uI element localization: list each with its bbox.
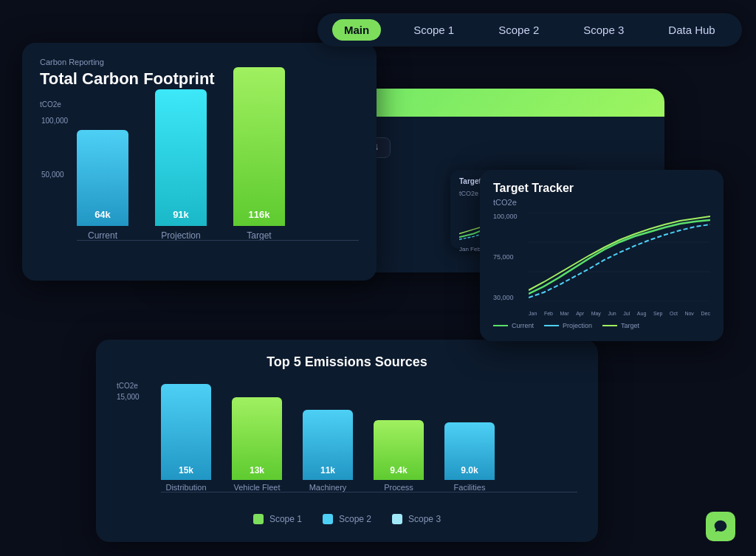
em-bar-fleet: 13k xyxy=(232,397,282,480)
bar-group-current: 64k Current xyxy=(77,130,128,241)
tt-x-oct: Oct xyxy=(670,311,678,316)
tt-legend-projection-line xyxy=(544,325,559,326)
bar-target-label: Target xyxy=(247,230,271,241)
carbon-card-subtitle: Carbon Reporting xyxy=(40,58,359,66)
nav-item-main[interactable]: Main xyxy=(332,19,381,41)
em-bar-machinery: 11k xyxy=(303,410,353,480)
em-bar-distribution-label: Distribution xyxy=(165,483,206,492)
tt-line-chart xyxy=(529,213,710,301)
emissions-y-label-15k: 15,000 xyxy=(117,393,161,401)
tt-x-mar: Mar xyxy=(560,311,569,316)
target-tracker-main-card: Target Tracker tCO2e 100,000 75,000 30,0… xyxy=(480,170,724,341)
tt-legend-projection: Projection xyxy=(544,322,592,329)
bar-group-target: 116k Target xyxy=(233,67,285,241)
em-legend-scope3-label: Scope 3 xyxy=(408,514,441,524)
em-bar-fleet-val: 13k xyxy=(250,465,264,476)
chat-icon xyxy=(712,518,729,535)
tt-x-aug: Aug xyxy=(637,311,646,316)
em-bar-group-fleet: 13k Vehicle Fleet xyxy=(232,397,282,492)
em-bar-group-facilities: 9.0k Facilities xyxy=(444,422,495,492)
emissions-bars: 15k Distribution 13k Vehicle Fleet 11k M… xyxy=(161,382,577,492)
tt-x-jul: Jul xyxy=(623,311,630,316)
tt-x-may: May xyxy=(591,311,601,316)
nav-item-scope1[interactable]: Scope 1 xyxy=(402,19,466,41)
em-legend-scope1-dot xyxy=(253,514,264,524)
em-bar-machinery-val: 11k xyxy=(320,465,335,476)
nav-item-scope2[interactable]: Scope 2 xyxy=(487,19,551,41)
em-bar-group-process: 9.4k Process xyxy=(374,420,424,492)
em-bar-facilities-label: Facilities xyxy=(454,483,486,492)
tt-y-label-75k: 75,000 xyxy=(493,253,529,261)
carbon-footprint-card: Carbon Reporting Total Carbon Footprint … xyxy=(22,43,377,281)
tt-svg-container xyxy=(529,213,710,301)
em-bar-process-val: 9.4k xyxy=(390,465,407,476)
y-label-100k: 100,000 xyxy=(41,117,68,125)
em-legend-scope3-dot xyxy=(392,514,402,524)
tt-legend-target-label: Target xyxy=(621,322,639,329)
em-bar-group-machinery: 11k Machinery xyxy=(303,410,353,492)
emissions-title: Top 5 Emissions Sources xyxy=(117,354,577,370)
tt-legend: Current Projection Target xyxy=(493,322,710,329)
tt-legend-target: Target xyxy=(602,322,639,329)
em-bar-fleet-label: Vehicle Fleet xyxy=(234,483,281,492)
tt-legend-target-line xyxy=(602,325,617,326)
tt-x-dec: Dec xyxy=(701,311,709,316)
em-legend-scope2-dot xyxy=(323,514,333,524)
em-legend-scope3: Scope 3 xyxy=(392,514,441,524)
em-legend-scope2: Scope 2 xyxy=(323,514,371,524)
bar-projection: 91k xyxy=(155,89,207,226)
em-bar-process: 9.4k xyxy=(374,420,424,480)
tt-x-jun: Jun xyxy=(608,311,616,316)
em-bar-process-label: Process xyxy=(384,483,413,492)
emissions-y-unit: tCO2e xyxy=(117,382,161,390)
bar-current-label: Current xyxy=(88,230,117,241)
bar-target-val: 116k xyxy=(249,209,270,220)
x-axis-line xyxy=(77,240,359,241)
bar-group-projection: 91k Projection xyxy=(155,89,207,241)
em-legend-scope1: Scope 1 xyxy=(253,514,302,524)
tt-y-label-100k: 100,000 xyxy=(493,213,529,220)
tt-legend-current-label: Current xyxy=(512,322,534,329)
em-bar-facilities-val: 9.0k xyxy=(461,465,478,476)
em-bar-group-distribution: 15k Distribution xyxy=(161,384,211,492)
emissions-y-labels: 15,000 xyxy=(117,393,161,504)
carbon-card-title: Total Carbon Footprint xyxy=(40,69,359,89)
tt-x-apr: Apr xyxy=(576,311,584,316)
emissions-bars-area: 15k Distribution 13k Vehicle Fleet 11k M… xyxy=(161,382,577,504)
bar-current-val: 64k xyxy=(94,209,111,220)
em-legend-scope1-label: Scope 1 xyxy=(269,514,302,524)
tt-chart-area: 100,000 75,000 30,000 Jan Feb Mar xyxy=(493,213,710,316)
nav-item-scope3[interactable]: Scope 3 xyxy=(571,19,636,41)
bar-projection-val: 91k xyxy=(173,209,189,220)
nav-bar: Main Scope 1 Scope 2 Scope 3 Data Hub xyxy=(317,13,742,47)
tt-x-sep: Sep xyxy=(653,311,662,316)
emissions-chart: tCO2e 15,000 15k Distribution 13k Veh xyxy=(117,382,577,504)
tt-main-title: Target Tracker xyxy=(493,182,710,195)
emissions-legend: Scope 1 Scope 2 Scope 3 xyxy=(117,514,577,524)
em-bar-distribution-val: 15k xyxy=(179,465,193,476)
carbon-chart-area: tCO2e 100,000 50,000 64k Current 91k Pro… xyxy=(40,100,359,263)
tt-legend-current: Current xyxy=(493,322,534,329)
em-bar-distribution: 15k xyxy=(161,384,211,480)
y-label-50k: 50,000 xyxy=(41,171,64,179)
tt-legend-current-line xyxy=(493,325,508,326)
tt-x-nov: Nov xyxy=(684,311,693,316)
tt-x-jan: Jan xyxy=(529,311,537,316)
chat-button[interactable] xyxy=(706,512,735,541)
tt-y-labels: 100,000 75,000 30,000 xyxy=(493,213,529,301)
nav-item-datahub[interactable]: Data Hub xyxy=(656,19,726,41)
y-axis-unit: tCO2e xyxy=(40,100,61,109)
bar-target: 116k xyxy=(233,67,285,226)
emissions-y-axis: tCO2e 15,000 xyxy=(117,382,161,504)
emissions-card: Top 5 Emissions Sources tCO2e 15,000 15k… xyxy=(96,340,598,542)
bar-projection-label: Projection xyxy=(161,230,200,241)
tt-main-unit: tCO2e xyxy=(493,198,710,207)
tt-legend-projection-label: Projection xyxy=(563,322,592,329)
em-bar-machinery-label: Machinery xyxy=(309,483,347,492)
em-legend-scope2-label: Scope 2 xyxy=(339,514,371,524)
tt-x-feb: Feb xyxy=(544,311,553,316)
tt-y-label-30k: 30,000 xyxy=(493,294,529,301)
tt-x-labels: Jan Feb Mar Apr May Jun Jul Aug Sep Oct … xyxy=(529,311,710,316)
bar-chart: 64k Current 91k Projection 116k Target xyxy=(77,108,359,241)
bar-current: 64k xyxy=(77,130,128,226)
